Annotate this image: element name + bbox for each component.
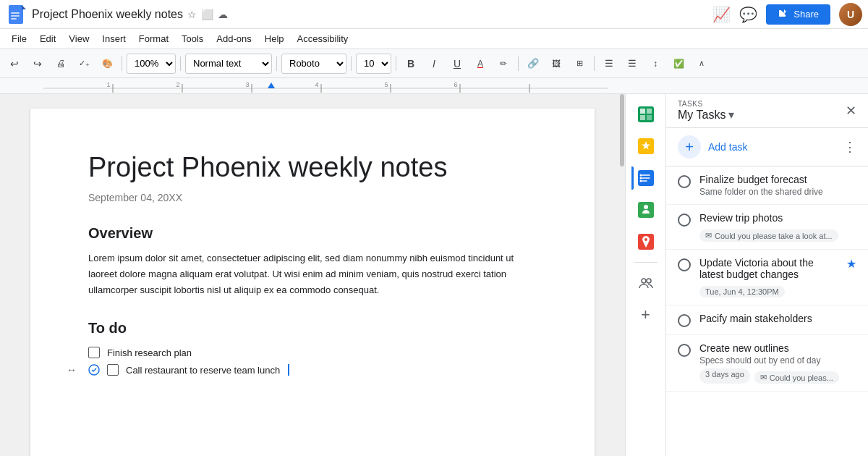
task-circle-2[interactable] [678, 214, 691, 227]
task-chips-3: Tue, Jun 4, 12:30PM [699, 283, 841, 297]
menu-format[interactable]: Format [133, 32, 174, 46]
scrollbar-thumb[interactable] [620, 94, 624, 166]
folder-icon[interactable]: ⬜ [201, 9, 213, 20]
task-circle-1[interactable] [678, 175, 691, 188]
line-spacing-button[interactable]: ↕ [645, 54, 665, 74]
text-color-button[interactable]: A [470, 54, 490, 74]
svg-rect-2 [11, 15, 20, 17]
align-center-button[interactable]: ☰ [622, 54, 642, 74]
document-title: Project Phoenix weekly notes [88, 152, 537, 183]
task-item-3[interactable]: Update Victoria about the latest budget … [666, 250, 868, 305]
style-select[interactable]: Normal text [185, 54, 272, 74]
cloud-icon[interactable]: ☁ [218, 9, 228, 20]
collapse-button[interactable]: ∧ [692, 54, 712, 74]
separator-5 [396, 56, 396, 71]
task-days-chip-5: 3 days ago [699, 368, 750, 384]
menu-edit[interactable]: Edit [34, 32, 61, 46]
share-icon [778, 9, 789, 20]
sidebar-keep-icon[interactable] [631, 132, 660, 161]
svg-point-30 [639, 180, 642, 182]
sidebar-people-icon[interactable] [631, 269, 660, 297]
drag-cursor-icon: ↔ [67, 364, 77, 376]
font-select[interactable]: Roboto [281, 54, 346, 74]
avatar[interactable]: U [839, 3, 862, 26]
redo-button[interactable]: ↪ [27, 54, 48, 74]
task-circle-5[interactable] [678, 344, 691, 357]
sidebar-add-icon[interactable]: + [631, 300, 660, 329]
sidebar-contacts-icon[interactable] [631, 195, 660, 224]
task-content-4: Pacify main stakeholders [699, 313, 856, 326]
share-button[interactable]: Add task Share [766, 4, 830, 25]
bold-button[interactable]: B [401, 54, 421, 74]
sidebar-sheets-icon[interactable] [631, 100, 660, 129]
align-left-button[interactable]: ☰ [599, 54, 619, 74]
separator-7 [594, 56, 595, 71]
todo-text-2: Call restaurant to reserve team lunch [126, 365, 280, 376]
print-button[interactable]: 🖨 [51, 54, 71, 74]
analytics-icon[interactable]: 📈 [712, 6, 731, 23]
underline-button[interactable]: U [447, 54, 467, 74]
svg-text:1: 1 [106, 81, 110, 88]
zoom-select[interactable]: 100% [127, 54, 176, 74]
task-chips-5: 3 days ago ✉ Could you pleas... [699, 368, 856, 384]
task-star-3[interactable]: ★ [846, 257, 856, 271]
paint-format-button[interactable]: 🎨 [97, 54, 117, 74]
todo-text-1: Finish research plan [107, 347, 192, 358]
task-item-2[interactable]: Review trip photos ✉ Could you please ta… [666, 205, 868, 250]
sidebar-icon-panel: + [625, 94, 665, 456]
svg-point-33 [642, 279, 646, 283]
menu-accessibility[interactable]: Accessibility [292, 32, 354, 46]
task-item-4[interactable]: Pacify main stakeholders [666, 305, 868, 335]
task-item-5[interactable]: Create new outlines Specs should out by … [666, 335, 868, 392]
task-item-1[interactable]: Finalize budget forecast Same folder on … [666, 166, 868, 205]
star-icon[interactable]: ☆ [187, 9, 197, 20]
table-button[interactable]: ⊞ [569, 54, 590, 74]
tasks-close-button[interactable]: ✕ [846, 103, 856, 119]
task-title-1: Finalize budget forecast [699, 174, 856, 185]
task-circle-3[interactable] [678, 258, 691, 271]
spellcheck-button[interactable]: ✓₊ [74, 54, 94, 74]
size-select[interactable]: 10 [356, 54, 391, 74]
tasks-label: TASKS [678, 100, 846, 108]
scrollbar-track[interactable] [619, 94, 625, 456]
sidebar-maps-icon[interactable] [631, 227, 660, 256]
italic-button[interactable]: I [424, 54, 444, 74]
menu-view[interactable]: View [63, 32, 95, 46]
task-date-chip-3: Tue, Jun 4, 12:30PM [699, 286, 785, 297]
undo-button[interactable]: ↩ [4, 54, 25, 74]
todo-item-2: ↔ Call restaurant to reserve team lunch [88, 364, 537, 376]
sidebar-divider [634, 262, 658, 263]
menu-addons[interactable]: Add-ons [210, 32, 257, 46]
check-icon [88, 364, 100, 376]
menu-help[interactable]: Help [259, 32, 290, 46]
svg-text:3: 3 [245, 81, 249, 88]
svg-rect-25 [647, 115, 652, 120]
link-button[interactable]: 🔗 [523, 54, 543, 74]
tasks-header: TASKS My Tasks ▾ ✕ [666, 94, 868, 128]
ruler-svg: 1 2 3 4 5 6 [43, 80, 608, 93]
todo-checkbox-1[interactable] [88, 347, 100, 358]
task-circle-4[interactable] [678, 314, 691, 327]
task-date-text-3: Tue, Jun 4, 12:30PM [705, 287, 779, 296]
task-days-text-5: 3 days ago [705, 370, 744, 379]
menu-insert[interactable]: Insert [96, 32, 132, 46]
sidebar-tasks-icon[interactable] [631, 164, 660, 193]
svg-rect-4 [43, 80, 608, 93]
image-button[interactable]: 🖼 [546, 54, 566, 74]
doc-title: Project Phoenix weekly notes [32, 8, 183, 21]
menu-file[interactable]: File [6, 32, 33, 46]
task-content-1: Finalize budget forecast Same folder on … [699, 174, 856, 197]
add-task-more-icon[interactable]: ⋮ [843, 139, 856, 155]
todo-checkbox-2[interactable] [107, 364, 119, 376]
add-task-row[interactable]: + Add task ⋮ [666, 128, 868, 166]
task-title-2: Review trip photos [699, 212, 856, 224]
task-chips-2: ✉ Could you please take a look at... [699, 227, 856, 242]
document-area: Project Phoenix weekly notes September 0… [0, 94, 625, 456]
add-task-icon: + [678, 135, 701, 159]
tasks-dropdown-icon[interactable]: ▾ [728, 108, 734, 122]
comment-icon[interactable]: 💬 [739, 6, 757, 23]
highlight-button[interactable]: ✏ [493, 54, 514, 74]
menu-tools[interactable]: Tools [176, 32, 209, 46]
checklist-button[interactable]: ✅ [668, 54, 689, 74]
email-icon-2: ✉ [705, 231, 712, 240]
